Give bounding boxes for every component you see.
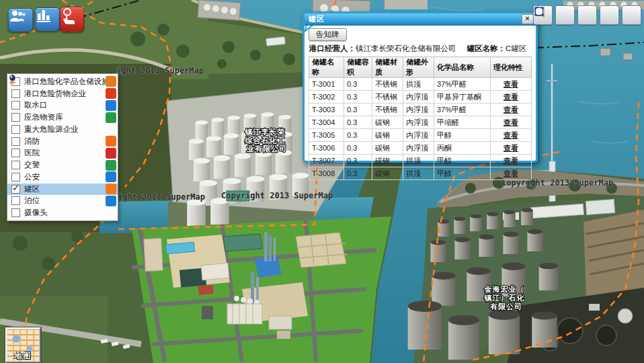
dialog-info-row: 港口经营人：镇江李长荣石化仓储有限公司罐区名称：C罐区 xyxy=(309,44,532,54)
checkbox[interactable] xyxy=(11,208,20,217)
table-row: T-30030.3不锈钢内浮顶37%甲醛查看 xyxy=(309,104,532,116)
layer-item-camera[interactable]: 摄像头 xyxy=(7,207,118,218)
layer-label: 港口危险货物企业 xyxy=(24,89,106,99)
table-row: T-30080.3碳钢拱顶甲醇查看 xyxy=(309,167,532,180)
dialog-title: 罐区 xyxy=(309,15,325,23)
layer-item-port-hazchem-storage[interactable]: 港口危险化学品仓储设施 xyxy=(7,76,118,87)
view-link[interactable]: 查看 xyxy=(504,144,518,152)
operator-value: 镇江李长荣石化仓储有限公司 xyxy=(356,44,456,52)
checkbox[interactable] xyxy=(11,101,20,110)
copyright-text: ight 2013 SuperMap xyxy=(118,192,205,202)
checkbox[interactable] xyxy=(11,185,20,194)
layer-label: 重大危险源企业 xyxy=(24,124,106,134)
fire-extinguisher-icon xyxy=(106,136,116,147)
checkbox[interactable] xyxy=(11,125,20,134)
col-header-tank-material: 储罐材质 xyxy=(372,57,403,78)
checkbox[interactable] xyxy=(11,196,20,205)
col-header-properties: 理化特性 xyxy=(491,57,532,78)
layer-label: 应急物资库 xyxy=(24,112,106,122)
map-application: ight 2013 SuperMap ight 2013 SuperMap Co… xyxy=(0,0,644,363)
view-link[interactable]: 查看 xyxy=(504,157,518,165)
bar-chart-icon xyxy=(36,8,52,23)
table-row: T-30050.3碳钢内浮顶甲醇查看 xyxy=(309,129,532,142)
layer-item-water-intake[interactable]: 取水口 xyxy=(7,99,118,111)
layer-label: 罐区 xyxy=(24,184,106,194)
touch-select-icon xyxy=(61,7,77,25)
view-link[interactable]: 查看 xyxy=(504,93,518,101)
statistics-button[interactable] xyxy=(35,7,60,31)
table-header-row: 储罐名称 储罐容积 储罐材质 储罐外形 化学品名称 理化特性 xyxy=(309,57,532,78)
tank-area-name-label: 罐区名称： xyxy=(467,44,506,52)
farm-fields xyxy=(583,210,644,297)
layer-item-tank-area[interactable]: 罐区 xyxy=(7,184,118,195)
checkbox[interactable] xyxy=(11,137,20,146)
table-row: T-30070.3碳钢拱顶甲醇查看 xyxy=(309,155,532,167)
layer-item-hospital[interactable]: 医院 xyxy=(7,147,118,159)
clear-button[interactable] xyxy=(600,5,619,25)
layer-item-police[interactable]: 公安 xyxy=(7,171,118,183)
layer-item-emergency-supplies[interactable]: 应急物资库 xyxy=(7,112,118,123)
overview-map-label: 地图 xyxy=(7,351,40,361)
camera-icon xyxy=(106,208,116,218)
layer-label: 消防 xyxy=(24,136,106,147)
col-header-chemical-name: 化学品名称 xyxy=(434,57,491,78)
view-link[interactable]: 查看 xyxy=(504,118,518,126)
layer-item-berth[interactable]: 泊位 xyxy=(7,195,118,206)
supplies-warehouse-icon xyxy=(106,112,116,123)
col-header-tank-shape: 储罐外形 xyxy=(403,57,434,78)
group-people-button[interactable] xyxy=(8,8,33,32)
operator-label: 港口经营人： xyxy=(309,44,356,52)
copyright-text: Copyright 2013 SuperMap xyxy=(221,191,333,200)
zoom-out-button[interactable] xyxy=(577,5,597,25)
checkbox[interactable] xyxy=(11,173,20,182)
tank-table: 储罐名称 储罐容积 储罐材质 储罐外形 化学品名称 理化特性 T-30010.3… xyxy=(309,56,532,180)
col-header-tank-volume: 储罐容积 xyxy=(344,57,372,78)
layer-item-port-dangerous-goods[interactable]: 港口危险货物企业 xyxy=(7,88,118,99)
checkbox[interactable] xyxy=(11,113,20,122)
company-label-right: 金海宏业（ 镇江）石化 有限公司 xyxy=(484,285,528,311)
layer-label: 交警 xyxy=(24,160,106,170)
group-people-icon xyxy=(9,9,26,24)
layer-item-major-hazard-enterprise[interactable]: 重大危险源企业 xyxy=(7,124,118,135)
full-extent-icon xyxy=(533,5,545,17)
table-row: T-30010.3不锈钢拱顶37%甲醛查看 xyxy=(309,78,532,91)
zoom-in-button[interactable] xyxy=(555,5,575,25)
tank-area-name-value: C罐区 xyxy=(506,44,526,52)
checkbox[interactable] xyxy=(11,161,20,169)
warning-triangle-icon xyxy=(106,88,116,99)
table-row: T-30060.3碳钢内浮顶丙酮查看 xyxy=(309,142,532,155)
berth-boat-icon xyxy=(106,196,116,206)
overview-map-toggle[interactable]: 地图 xyxy=(5,327,41,363)
table-row: T-30040.3碳钢内浮顶甲缩醛查看 xyxy=(309,116,532,129)
full-extent-button[interactable] xyxy=(622,5,641,25)
col-header-tank-name: 储罐名称 xyxy=(309,57,344,78)
layer-item-traffic-police[interactable]: 交警 xyxy=(7,159,118,171)
view-link[interactable]: 查看 xyxy=(504,106,518,114)
hospital-cross-icon xyxy=(106,148,116,159)
checkbox[interactable] xyxy=(11,89,20,98)
table-row: T-30020.3不锈钢内浮顶甲基异丁基酮查看 xyxy=(309,91,532,104)
view-link[interactable]: 查看 xyxy=(504,131,518,139)
map-pin-icon xyxy=(106,124,116,134)
storage-tank-icon xyxy=(106,184,116,194)
view-link[interactable]: 查看 xyxy=(504,169,518,177)
copyright-text: ight 2013 SuperMap xyxy=(116,66,204,75)
traffic-police-icon xyxy=(106,160,116,171)
map-controls xyxy=(533,5,641,25)
touch-select-button[interactable] xyxy=(60,7,84,32)
tank-area-dialog: 罐区 × 告知牌 港口经营人：镇江李长荣石化仓储有限公司罐区名称：C罐区 储罐名… xyxy=(303,11,538,163)
layer-label: 公安 xyxy=(24,172,106,182)
company-label-left: 镇江李长荣 综合石化工 业有限公司 xyxy=(245,128,289,153)
layer-label: 摄像头 xyxy=(24,208,106,218)
water-drop-icon xyxy=(106,100,116,111)
view-link[interactable]: 查看 xyxy=(504,80,518,88)
layer-label: 泊位 xyxy=(24,196,106,206)
layer-item-fire-department[interactable]: 消防 xyxy=(7,136,118,147)
hazmat-truck-icon xyxy=(106,76,116,87)
layers-panel: 港口危险化学品仓储设施 港口危险货物企业 取水口 应急物资库 xyxy=(7,73,118,221)
layer-label: 取水口 xyxy=(24,100,106,110)
police-icon xyxy=(106,171,116,182)
checkbox[interactable] xyxy=(11,149,20,157)
close-icon[interactable]: × xyxy=(522,14,534,24)
dialog-titlebar[interactable]: 罐区 × xyxy=(305,13,536,26)
